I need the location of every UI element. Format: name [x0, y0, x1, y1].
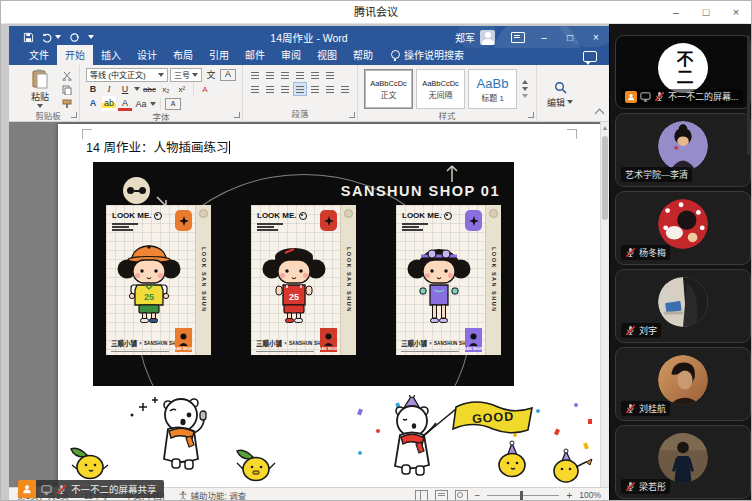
participant-tile[interactable]: 刘宇 — [615, 269, 751, 343]
read-mode-icon[interactable] — [415, 490, 428, 501]
align-right-icon[interactable] — [279, 83, 291, 95]
multilevel-list-icon[interactable] — [279, 69, 291, 81]
borders-icon[interactable] — [339, 83, 351, 95]
align-left-icon[interactable] — [249, 83, 261, 95]
zoom-in-button[interactable]: + — [566, 490, 572, 501]
word-restore-button[interactable]: □ — [557, 26, 583, 48]
subscript-button[interactable]: x₂ — [159, 83, 173, 95]
tab-references[interactable]: 引用 — [201, 45, 237, 65]
screen-share-indicator[interactable]: 不一不二的屏幕共享 — [18, 480, 164, 498]
phonetic-guide-icon[interactable]: 文 — [204, 69, 218, 81]
zoom-level[interactable]: 100% — [579, 490, 601, 500]
web-layout-icon[interactable] — [455, 490, 468, 501]
justify-icon[interactable] — [294, 83, 306, 95]
tab-home[interactable]: 开始 — [57, 45, 93, 65]
paste-button[interactable]: 粘贴 — [23, 68, 57, 109]
shading-icon[interactable] — [324, 83, 336, 95]
close-button[interactable]: × — [721, 1, 751, 23]
poster-image[interactable]: SANSHUN SHOP 01 LOOK ME. — [93, 162, 514, 386]
decrease-indent-icon[interactable] — [294, 69, 306, 81]
increase-indent-icon[interactable] — [309, 69, 321, 81]
panel-scrollbar[interactable] — [747, 35, 750, 155]
dialog-launcher-icon[interactable] — [71, 112, 77, 118]
tab-design[interactable]: 设计 — [129, 45, 165, 65]
document-heading: 14 周作业：人物插画练习 — [86, 137, 230, 156]
underline-button[interactable]: U — [118, 83, 132, 95]
italic-button[interactable]: I — [102, 83, 116, 95]
scroll-up-icon[interactable] — [603, 126, 607, 130]
participant-tile[interactable]: 刘桂航 — [615, 347, 751, 421]
vertical-scrollbar[interactable] — [600, 122, 609, 487]
bold-button[interactable]: B — [86, 83, 100, 95]
undo-icon[interactable] — [42, 32, 61, 43]
tab-view[interactable]: 视图 — [309, 45, 345, 65]
scrollbar-thumb[interactable] — [602, 136, 608, 220]
zoom-slider-thumb[interactable] — [520, 491, 523, 500]
style-normal[interactable]: AaBbCcDc 正文 — [364, 69, 413, 109]
tab-review[interactable]: 审阅 — [273, 45, 309, 65]
style-heading1[interactable]: AaBb 标题 1 — [468, 69, 517, 109]
comments-icon[interactable] — [583, 51, 597, 62]
card-side-strip: LOOK SAN SHUN — [340, 205, 356, 355]
word-close-button[interactable]: × — [583, 26, 609, 48]
strikethrough-button[interactable]: abc — [142, 83, 157, 95]
text-effects-icon[interactable]: A — [86, 96, 100, 111]
dialog-launcher-icon[interactable] — [349, 112, 355, 118]
tab-insert[interactable]: 插入 — [93, 45, 129, 65]
change-case-icon[interactable]: Aa — [134, 98, 148, 110]
card-footer: 三顺小铺×SANSHUN SHOP — [111, 338, 183, 348]
save-icon[interactable] — [23, 32, 34, 43]
clear-formatting-icon[interactable]: A — [198, 83, 212, 95]
highlight-color-icon[interactable]: ab — [102, 96, 116, 111]
target-icon — [299, 212, 307, 220]
cut-icon[interactable] — [61, 70, 73, 81]
participant-tile[interactable]: 杨冬梅 — [615, 191, 751, 265]
zoom-out-button[interactable]: − — [475, 490, 481, 501]
participant-tile-presenter[interactable]: 不二 不一不二的屏幕... — [615, 35, 751, 109]
superscript-button[interactable]: x² — [175, 83, 189, 95]
line-spacing-icon[interactable] — [309, 83, 321, 95]
bullets-icon[interactable] — [249, 69, 261, 81]
numbering-icon[interactable] — [264, 69, 276, 81]
align-center-icon[interactable] — [264, 83, 276, 95]
tab-mailings[interactable]: 邮件 — [237, 45, 273, 65]
girl-illustration-swimmer — [404, 232, 474, 324]
collapse-ribbon-icon[interactable] — [595, 109, 605, 119]
girl-illustration-basketball: 25 — [259, 232, 329, 324]
dialog-launcher-icon[interactable] — [528, 112, 534, 118]
document-illustration: GOOD — [60, 395, 600, 487]
format-painter-icon[interactable] — [61, 98, 73, 109]
ribbon-display-options-icon[interactable] — [505, 26, 531, 48]
avatar — [658, 199, 708, 249]
participant-tile[interactable]: 梁若彤 — [615, 425, 751, 499]
dialog-launcher-icon[interactable] — [234, 112, 240, 118]
minimize-button[interactable]: – — [661, 1, 691, 23]
copy-icon[interactable] — [61, 84, 73, 95]
print-layout-icon[interactable] — [435, 490, 448, 501]
account-avatar[interactable] — [480, 30, 495, 45]
tell-me-search[interactable]: 操作说明搜索 — [391, 47, 464, 65]
sort-icon[interactable] — [324, 69, 336, 81]
card-corner-badge: SAN SHUN — [320, 328, 337, 352]
repeat-icon[interactable] — [69, 32, 80, 43]
word-minimize-button[interactable]: – — [531, 26, 557, 48]
styles-gallery-scroll[interactable] — [520, 80, 530, 98]
editing-button[interactable]: 编辑 — [543, 68, 577, 121]
font-size-select[interactable]: 三号 — [170, 68, 202, 82]
enclose-characters-icon[interactable]: A — [165, 98, 181, 110]
tab-file[interactable]: 文件 — [21, 45, 57, 65]
document-page[interactable]: 14 周作业：人物插画练习 SANSHUN SHOP 01 LOOK ME. — [58, 124, 601, 487]
tab-layout[interactable]: 布局 — [165, 45, 201, 65]
accessibility-status[interactable]: 辅助功能: 调查 — [179, 489, 246, 501]
tab-help[interactable]: 帮助 — [345, 45, 381, 65]
style-no-spacing[interactable]: AaBbCcDc 无间隔 — [416, 69, 465, 109]
account-name[interactable]: 郑军 — [455, 30, 475, 45]
font-name-select[interactable]: 等线 (中文正文) — [86, 68, 168, 82]
maximize-button[interactable]: □ — [691, 1, 721, 23]
margin-mark — [567, 129, 577, 139]
participant-tile[interactable]: 艺术学院—李清 — [615, 113, 751, 187]
qat-customize-icon[interactable] — [88, 35, 94, 39]
font-color-icon[interactable]: A — [118, 96, 132, 111]
zoom-slider[interactable] — [487, 495, 559, 496]
character-border-icon[interactable]: A — [220, 69, 236, 81]
